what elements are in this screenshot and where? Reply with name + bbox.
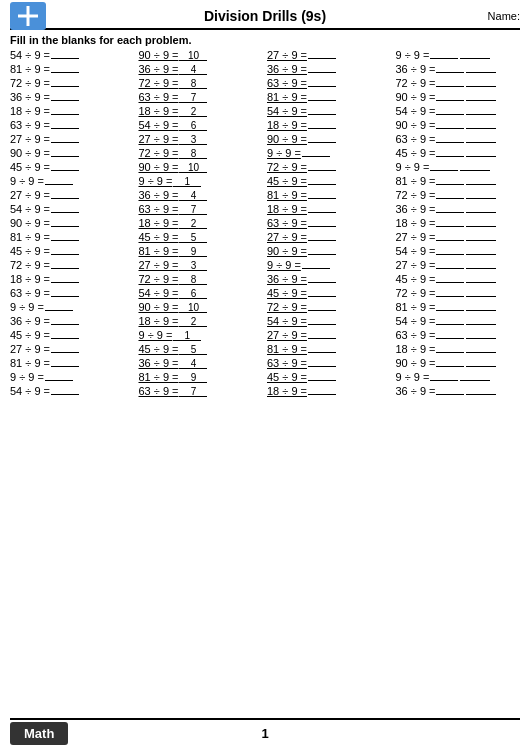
answer-blank[interactable]: [436, 231, 464, 241]
answer-blank[interactable]: [436, 91, 464, 101]
answer-blank[interactable]: [51, 315, 79, 325]
answer-blank[interactable]: [308, 189, 336, 199]
answer-blank[interactable]: [51, 63, 79, 73]
answer-blank[interactable]: [436, 175, 464, 185]
answer-blank[interactable]: [51, 161, 79, 171]
answer-blank[interactable]: [436, 273, 464, 283]
answer-blank[interactable]: [308, 105, 336, 115]
answer-blank[interactable]: 4: [179, 191, 207, 201]
answer-blank[interactable]: [45, 301, 73, 311]
answer-blank[interactable]: [51, 133, 79, 143]
answer-blank[interactable]: 1: [173, 331, 201, 341]
answer-blank[interactable]: [51, 245, 79, 255]
answer-blank[interactable]: [430, 49, 458, 59]
answer-blank[interactable]: [308, 161, 336, 171]
answer-blank[interactable]: [308, 329, 336, 339]
answer-blank[interactable]: [51, 273, 79, 283]
answer-blank[interactable]: 10: [179, 303, 207, 313]
answer-blank[interactable]: [436, 203, 464, 213]
answer-blank[interactable]: [51, 329, 79, 339]
answer-blank[interactable]: 2: [179, 219, 207, 229]
answer-blank[interactable]: [436, 287, 464, 297]
answer-blank[interactable]: [302, 259, 330, 269]
answer-blank[interactable]: [308, 301, 336, 311]
answer-blank[interactable]: [308, 91, 336, 101]
answer-blank[interactable]: [51, 77, 79, 87]
answer-blank[interactable]: 9: [179, 247, 207, 257]
answer-blank[interactable]: [436, 63, 464, 73]
answer-blank[interactable]: [308, 77, 336, 87]
answer-blank[interactable]: [51, 343, 79, 353]
answer-blank[interactable]: [436, 147, 464, 157]
answer-blank[interactable]: 8: [179, 149, 207, 159]
answer-blank[interactable]: [308, 133, 336, 143]
answer-blank[interactable]: 5: [179, 233, 207, 243]
answer-blank[interactable]: [308, 63, 336, 73]
answer-blank[interactable]: [308, 287, 336, 297]
answer-blank[interactable]: 10: [179, 51, 207, 61]
answer-blank[interactable]: 10: [179, 163, 207, 173]
answer-blank[interactable]: [436, 119, 464, 129]
answer-blank[interactable]: [51, 189, 79, 199]
answer-blank[interactable]: [436, 301, 464, 311]
answer-blank[interactable]: [436, 329, 464, 339]
answer-blank[interactable]: 2: [179, 107, 207, 117]
answer-blank[interactable]: [430, 371, 458, 381]
answer-blank[interactable]: [302, 147, 330, 157]
answer-blank[interactable]: [436, 189, 464, 199]
answer-blank[interactable]: 7: [179, 205, 207, 215]
answer-blank[interactable]: [436, 245, 464, 255]
answer-blank[interactable]: [308, 231, 336, 241]
answer-blank[interactable]: [51, 49, 79, 59]
answer-blank[interactable]: 6: [179, 121, 207, 131]
answer-blank[interactable]: 2: [179, 317, 207, 327]
answer-blank[interactable]: [436, 357, 464, 367]
answer-blank[interactable]: 7: [179, 93, 207, 103]
answer-blank[interactable]: [51, 203, 79, 213]
answer-blank[interactable]: [51, 357, 79, 367]
answer-blank[interactable]: [430, 161, 458, 171]
answer-blank[interactable]: 9: [179, 373, 207, 383]
answer-blank[interactable]: [308, 371, 336, 381]
answer-blank[interactable]: 8: [179, 275, 207, 285]
answer-blank[interactable]: [308, 119, 336, 129]
answer-blank[interactable]: [51, 287, 79, 297]
answer-blank[interactable]: 1: [173, 177, 201, 187]
answer-blank[interactable]: [51, 105, 79, 115]
answer-blank[interactable]: [308, 357, 336, 367]
answer-blank[interactable]: 6: [179, 289, 207, 299]
answer-blank[interactable]: [308, 245, 336, 255]
answer-blank[interactable]: 4: [179, 65, 207, 75]
answer-blank[interactable]: [51, 91, 79, 101]
answer-blank[interactable]: 7: [179, 387, 207, 397]
answer-blank[interactable]: [51, 147, 79, 157]
answer-blank[interactable]: [308, 343, 336, 353]
answer-blank[interactable]: [436, 133, 464, 143]
answer-blank[interactable]: [51, 119, 79, 129]
answer-blank[interactable]: [436, 343, 464, 353]
answer-blank[interactable]: 4: [179, 359, 207, 369]
answer-blank[interactable]: 5: [179, 345, 207, 355]
answer-blank[interactable]: [51, 217, 79, 227]
answer-blank[interactable]: [436, 315, 464, 325]
answer-blank[interactable]: [436, 217, 464, 227]
answer-blank[interactable]: [436, 385, 464, 395]
answer-blank[interactable]: [436, 259, 464, 269]
answer-blank[interactable]: [45, 371, 73, 381]
answer-blank[interactable]: 8: [179, 79, 207, 89]
answer-blank[interactable]: [51, 385, 79, 395]
answer-blank[interactable]: 3: [179, 135, 207, 145]
answer-blank[interactable]: [308, 175, 336, 185]
answer-blank[interactable]: [308, 49, 336, 59]
answer-blank[interactable]: [308, 315, 336, 325]
answer-blank[interactable]: 3: [179, 261, 207, 271]
answer-blank[interactable]: [51, 259, 79, 269]
answer-blank[interactable]: [308, 273, 336, 283]
answer-blank[interactable]: [436, 105, 464, 115]
answer-blank[interactable]: [308, 203, 336, 213]
answer-blank[interactable]: [308, 385, 336, 395]
answer-blank[interactable]: [436, 77, 464, 87]
answer-blank[interactable]: [308, 217, 336, 227]
answer-blank[interactable]: [45, 175, 73, 185]
answer-blank[interactable]: [51, 231, 79, 241]
